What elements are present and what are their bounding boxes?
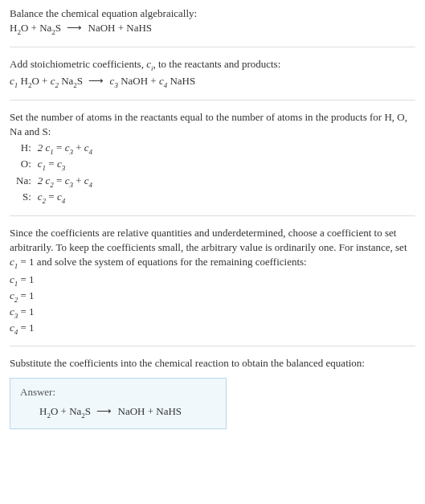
table-row: O: c1 = c3 xyxy=(16,157,97,173)
intro-text: Balance the chemical equation algebraica… xyxy=(10,7,197,19)
coeff-line: c1 = 1 xyxy=(10,272,415,289)
section-atom-balance: Set the number of atoms in the reactants… xyxy=(10,110,415,206)
reaction-arrow: ⟶ xyxy=(88,74,104,88)
species-naoh: NaOH xyxy=(118,405,145,417)
species-na2s: Na2S xyxy=(69,405,91,417)
balanced-equation: H2O + Na2S ⟶ NaOH + NaHS xyxy=(20,404,216,420)
species-h2o: H2O xyxy=(39,405,58,417)
table-row: S: c2 = c4 xyxy=(16,190,97,206)
table-row: H: 2 c1 = c3 + c4 xyxy=(16,141,97,157)
coeff-intro: Add stoichiometric coefficients, ci, to … xyxy=(10,57,415,73)
reaction-arrow: ⟶ xyxy=(96,404,112,419)
species-h2o: H2O xyxy=(21,75,39,87)
coefficient-values: c1 = 1 c2 = 1 c3 = 1 c4 = 1 xyxy=(10,272,415,336)
species-nahs: NaHS xyxy=(170,75,195,87)
table-row: Na: 2 c2 = c3 + c4 xyxy=(16,174,97,190)
coeff-line: c4 = 1 xyxy=(10,321,415,337)
species-nahs: NaHS xyxy=(126,22,152,34)
species-h2o: H2O xyxy=(10,22,28,34)
equation-with-coeffs: c1 H2O + c2 Na2S ⟶ c3 NaOH + c4 NaHS xyxy=(10,74,415,90)
atom-label: O: xyxy=(16,157,38,173)
species-na2s: Na2S xyxy=(61,75,83,87)
coeff-line: c2 = 1 xyxy=(10,289,415,305)
answer-intro: Substitute the coefficients into the che… xyxy=(10,356,415,371)
answer-label: Answer: xyxy=(20,385,216,400)
atom-label: Na: xyxy=(16,174,38,190)
divider xyxy=(10,100,415,100)
atom-balance-intro: Set the number of atoms in the reactants… xyxy=(10,110,415,139)
reaction-arrow: ⟶ xyxy=(67,21,82,35)
coeff-line: c3 = 1 xyxy=(10,305,415,321)
section-answer: Substitute the coefficients into the che… xyxy=(10,356,415,429)
species-nahs: NaHS xyxy=(156,405,182,417)
section-solve: Since the coefficients are relative quan… xyxy=(10,226,415,337)
section-intro: Balance the chemical equation algebraica… xyxy=(10,6,415,37)
species-naoh: NaOH xyxy=(121,75,148,87)
atom-label: H: xyxy=(16,141,38,157)
divider xyxy=(10,346,415,346)
species-naoh: NaOH xyxy=(88,22,116,34)
answer-box: Answer: H2O + Na2S ⟶ NaOH + NaHS xyxy=(10,378,227,429)
atom-label: S: xyxy=(16,190,38,206)
intro-line-1: Balance the chemical equation algebraica… xyxy=(10,6,415,21)
atom-balance-table: H: 2 c1 = c3 + c4 O: c1 = c3 Na: 2 c2 = … xyxy=(16,141,97,206)
divider xyxy=(10,47,415,47)
divider xyxy=(10,215,415,216)
solve-para: Since the coefficients are relative quan… xyxy=(10,226,415,272)
equation-unbalanced: H2O + Na2S ⟶ NaOH + NaHS xyxy=(10,21,415,37)
species-na2s: Na2S xyxy=(39,22,61,34)
section-coefficients: Add stoichiometric coefficients, ci, to … xyxy=(10,57,415,89)
